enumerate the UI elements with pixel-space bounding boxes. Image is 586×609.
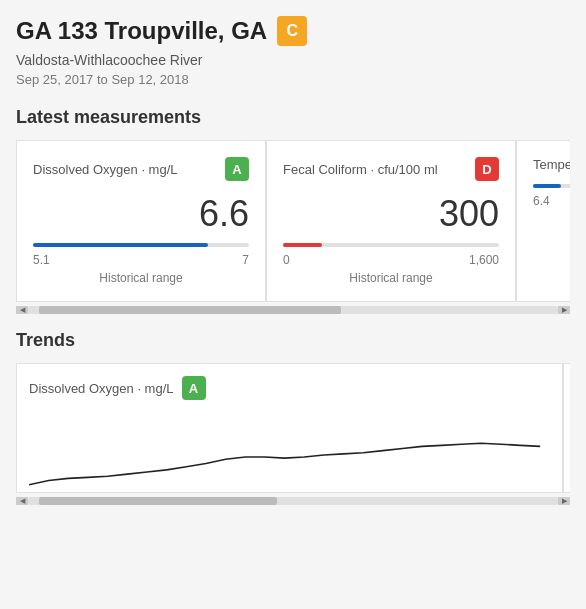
trend-chart-do xyxy=(29,408,550,488)
card-value-fc: 300 xyxy=(283,193,499,235)
date-range: Sep 25, 2017 to Sep 12, 2018 xyxy=(16,72,570,87)
measurement-card-fc: Fecal Coliform · cfu/100 ml D 300 0 1,60… xyxy=(266,140,516,302)
scroll-right-arrow[interactable]: ▶ xyxy=(558,306,570,314)
bottom-scroll-right-arrow[interactable]: ▶ xyxy=(558,497,570,505)
measurements-scroll[interactable]: Dissolved Oxygen · mg/L A 6.6 5.1 7 Hist… xyxy=(16,140,570,302)
trend-card-2: D... xyxy=(563,363,570,493)
bottom-scrollbar-track[interactable] xyxy=(28,497,558,505)
trend-grade-do: A xyxy=(182,376,206,400)
measurement-card-do: Dissolved Oxygen · mg/L A 6.6 5.1 7 Hist… xyxy=(16,140,266,302)
range-bar-temp xyxy=(533,184,570,188)
trend-scroll[interactable]: Dissolved Oxygen · mg/L A D... xyxy=(16,363,570,493)
historical-label-fc: Historical range xyxy=(283,271,499,285)
range-labels-temp: 6.4 xyxy=(533,194,570,208)
page-title: GA 133 Troupville, GA xyxy=(16,17,267,45)
range-labels-fc: 0 1,600 xyxy=(283,253,499,267)
bottom-scrollbar-thumb[interactable] xyxy=(39,497,278,505)
bottom-scroll-left-arrow[interactable]: ◀ xyxy=(16,497,28,505)
top-scrollbar-track[interactable] xyxy=(28,306,558,314)
card-label-fc: Fecal Coliform · cfu/100 ml xyxy=(283,162,438,177)
trend-row: Dissolved Oxygen · mg/L A D... xyxy=(16,363,570,493)
trends-title: Trends xyxy=(16,330,570,351)
header: GA 133 Troupville, GA C xyxy=(16,16,570,46)
range-bar-do xyxy=(33,243,249,247)
trend-card-do: Dissolved Oxygen · mg/L A xyxy=(16,363,563,493)
scroll-left-arrow[interactable]: ◀ xyxy=(16,306,28,314)
card-grade-fc: D xyxy=(475,157,499,181)
historical-label-do: Historical range xyxy=(33,271,249,285)
range-labels-do: 5.1 7 xyxy=(33,253,249,267)
range-bar-fc xyxy=(283,243,499,247)
grade-badge: C xyxy=(277,16,307,46)
trends-section: Trends Dissolved Oxygen · mg/L A D.. xyxy=(16,330,570,505)
measurements-row: Dissolved Oxygen · mg/L A 6.6 5.1 7 Hist… xyxy=(16,140,570,302)
latest-measurements-title: Latest measurements xyxy=(16,107,570,128)
top-scrollbar-thumb[interactable] xyxy=(39,306,341,314)
card-grade-do: A xyxy=(225,157,249,181)
measurement-card-temp: Tempera... 6.4 xyxy=(516,140,570,302)
trend-label-do: Dissolved Oxygen · mg/L xyxy=(29,381,174,396)
card-label-do: Dissolved Oxygen · mg/L xyxy=(33,162,178,177)
page-container: GA 133 Troupville, GA C Valdosta-Withlac… xyxy=(0,0,586,521)
card-value-do: 6.6 xyxy=(33,193,249,235)
subtitle: Valdosta-Withlacoochee River xyxy=(16,52,570,68)
card-label-temp: Tempera... xyxy=(533,157,570,172)
